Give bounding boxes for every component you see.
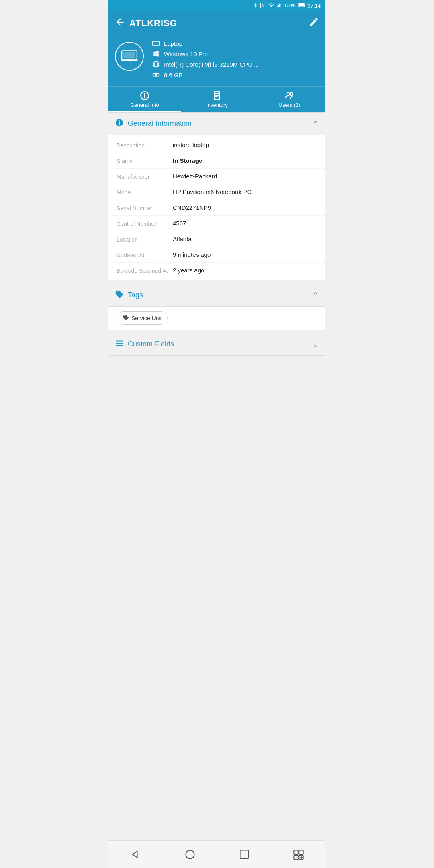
svg-point-35 bbox=[287, 93, 290, 96]
tags-chevron: ⌃ bbox=[312, 291, 319, 300]
description-value: instore laptop bbox=[173, 141, 317, 148]
info-circle-icon bbox=[115, 118, 124, 129]
updated-at-row: Updated At 9 minutes ago bbox=[108, 247, 326, 263]
svg-rect-5 bbox=[305, 4, 305, 6]
svg-point-39 bbox=[119, 120, 120, 121]
battery-percent: 100% bbox=[284, 3, 297, 8]
bluetooth-icon bbox=[253, 2, 258, 9]
barcode-scanned-value: 2 years ago bbox=[173, 267, 317, 274]
general-info-table: Description instore laptop Status In Sto… bbox=[108, 135, 326, 280]
device-os-row: Windows 10 Pro bbox=[152, 50, 259, 57]
service-unit-tag-label: Service Unit bbox=[131, 315, 162, 321]
laptop-icon bbox=[152, 41, 160, 47]
tab-general-info[interactable]: General Info bbox=[108, 87, 181, 112]
tags-section-header[interactable]: Tags ⌃ bbox=[108, 284, 326, 307]
device-ram-row: 8.6 GB bbox=[152, 71, 259, 78]
description-row: Description instore laptop bbox=[108, 137, 326, 153]
svg-rect-10 bbox=[153, 41, 160, 45]
device-type: Laptop bbox=[164, 40, 182, 47]
serial-number-row: Serial Number CND2271NP9 bbox=[108, 200, 326, 216]
device-info-section: Laptop Windows 10 Pro Intel(R) Core(TM) … bbox=[108, 36, 326, 86]
custom-fields-section-header[interactable]: Custom Fields ⌄ bbox=[108, 333, 326, 356]
device-avatar bbox=[115, 42, 144, 71]
location-row: Location Atlanta bbox=[108, 231, 326, 247]
control-number-value: 4567 bbox=[173, 220, 317, 227]
custom-fields-chevron: ⌄ bbox=[312, 340, 319, 349]
general-info-title: General Information bbox=[128, 119, 192, 128]
device-cpu-row: Intel(R) Core(TM) i5-3210M CPU ... bbox=[152, 61, 259, 68]
edit-button[interactable] bbox=[309, 17, 319, 30]
tab-inventory[interactable]: Inventory bbox=[181, 87, 253, 112]
wifi-icon bbox=[268, 2, 274, 9]
description-label: Description bbox=[117, 141, 173, 149]
svg-rect-14 bbox=[154, 63, 158, 66]
svg-rect-1 bbox=[278, 5, 279, 7]
tab-users[interactable]: Users (2) bbox=[253, 87, 326, 112]
general-info-section-header[interactable]: General Information ⌃ bbox=[108, 112, 326, 135]
device-cpu: Intel(R) Core(TM) i5-3210M CPU ... bbox=[164, 61, 259, 68]
svg-rect-8 bbox=[123, 52, 135, 59]
svg-rect-0 bbox=[277, 6, 278, 7]
device-specs: Laptop Windows 10 Pro Intel(R) Core(TM) … bbox=[152, 40, 259, 78]
manufacturer-row: Manufacturer Hewlett-Packard bbox=[108, 169, 326, 184]
serial-number-label: Serial Number bbox=[117, 204, 173, 211]
tags-content: Service Unit bbox=[108, 307, 326, 330]
custom-fields-icon bbox=[115, 339, 124, 350]
app-header: ATLKRISG bbox=[108, 11, 326, 36]
control-number-row: Control Number 4567 bbox=[108, 216, 326, 231]
tab-bar: General Info Inventory Users (2) bbox=[108, 86, 326, 112]
barcode-scanned-label: Barcode Scanned At bbox=[117, 267, 173, 274]
model-label: Model bbox=[117, 188, 173, 196]
status-bar: N 100% 07:14 bbox=[108, 0, 326, 11]
updated-at-value: 9 minutes ago bbox=[173, 251, 317, 258]
service-unit-tag[interactable]: Service Unit bbox=[117, 311, 168, 325]
signal-icon bbox=[276, 2, 282, 9]
svg-rect-31 bbox=[214, 92, 220, 100]
svg-point-36 bbox=[290, 93, 293, 96]
svg-rect-2 bbox=[279, 4, 280, 7]
status-value: In Storage bbox=[173, 157, 317, 164]
location-label: Location bbox=[117, 235, 173, 243]
cpu-icon bbox=[152, 61, 160, 68]
manufacturer-value: Hewlett-Packard bbox=[173, 173, 317, 180]
tags-icon bbox=[115, 290, 124, 301]
status-row: Status In Storage bbox=[108, 153, 326, 169]
barcode-scanned-row: Barcode Scanned At 2 years ago bbox=[108, 263, 326, 278]
status-label: Status bbox=[117, 157, 173, 164]
serial-number-value: CND2271NP9 bbox=[173, 204, 317, 211]
device-type-row: Laptop bbox=[152, 40, 259, 47]
manufacturer-label: Manufacturer bbox=[117, 173, 173, 180]
tags-title: Tags bbox=[128, 291, 143, 299]
nfc-icon: N bbox=[260, 3, 266, 8]
svg-rect-6 bbox=[299, 4, 305, 6]
svg-rect-3 bbox=[280, 3, 281, 7]
ram-icon bbox=[152, 71, 160, 78]
svg-rect-23 bbox=[153, 73, 159, 76]
general-info-chevron: ⌃ bbox=[312, 119, 319, 129]
model-value: HP Pavilion m6 Notebook PC bbox=[173, 188, 317, 195]
location-value: Atlanta bbox=[173, 235, 317, 242]
page-title: ATLKRISG bbox=[129, 18, 177, 29]
clock: 07:14 bbox=[307, 3, 321, 9]
windows-icon bbox=[152, 50, 160, 57]
model-row: Model HP Pavilion m6 Notebook PC bbox=[108, 184, 326, 200]
control-number-label: Control Number bbox=[117, 220, 173, 227]
updated-at-label: Updated At bbox=[117, 251, 173, 258]
device-ram: 8.6 GB bbox=[164, 72, 183, 78]
custom-fields-title: Custom Fields bbox=[128, 340, 174, 348]
svg-point-30 bbox=[144, 93, 145, 94]
device-os: Windows 10 Pro bbox=[164, 51, 208, 57]
back-button[interactable] bbox=[115, 17, 125, 30]
battery-icon bbox=[298, 3, 305, 9]
tag-icon bbox=[123, 314, 129, 322]
